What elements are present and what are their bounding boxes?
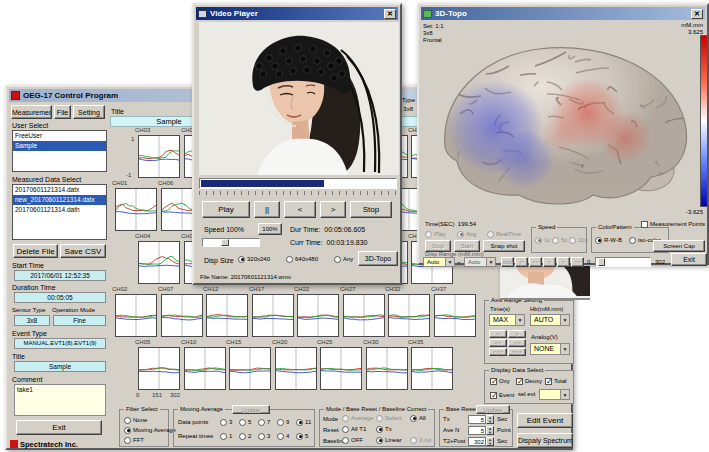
filter-option-2[interactable]: FFT (124, 436, 144, 445)
repeat-times-5[interactable]: 5 (296, 432, 308, 441)
brain-3d-view[interactable] (429, 29, 695, 217)
color-pattern-R-W-B[interactable]: R-W-B (595, 236, 622, 245)
topo-nav-1[interactable]: |< (515, 257, 528, 267)
video-titlebar[interactable]: Video Player ✕ (196, 7, 398, 20)
spinner-icon[interactable]: ▲▼ (486, 437, 494, 446)
axis-shift-button[interactable]: >> (508, 339, 526, 347)
sel-evt-dropdown[interactable]: ▼ (539, 389, 570, 400)
step-forward-button[interactable]: > (320, 201, 346, 218)
topo-exit-button[interactable]: Exit (671, 253, 707, 266)
mode-reset-Tx[interactable]: Tx (376, 425, 392, 434)
speed-slider-thumb[interactable] (221, 239, 229, 246)
check-deoxy[interactable]: Deoxy (516, 377, 542, 386)
check-oxy[interactable]: Oxy (490, 377, 510, 386)
axis-shift-button[interactable]: < (489, 330, 507, 338)
data-points-7[interactable]: 7 (258, 418, 270, 427)
speed-slider[interactable] (202, 238, 260, 247)
repeat-times-4[interactable]: 4 (277, 432, 289, 441)
mode-baseline-OFF[interactable]: OFF (342, 436, 363, 445)
axis-shift-button[interactable]: >>> (508, 348, 526, 356)
base-reset-value[interactable]: 5 (468, 426, 486, 435)
check-total[interactable]: Total (545, 377, 567, 386)
mode-reset-All T1[interactable]: All T1 (342, 425, 366, 434)
moving-average-update-button[interactable]: Update (232, 405, 270, 414)
topo-speed-5x[interactable]: 5x (552, 236, 567, 245)
chevron-down-icon[interactable]: ▼ (560, 390, 569, 399)
topo-nav-5[interactable]: >> (571, 257, 584, 267)
list-item-datafile[interactable]: new_20170601121314.datx (13, 195, 106, 205)
list-item-user[interactable]: Sample (13, 141, 106, 151)
repeat-times-2[interactable]: 2 (239, 432, 251, 441)
video-progress-bar[interactable] (199, 178, 397, 189)
chevron-down-icon[interactable]: ▼ (445, 258, 454, 266)
topo-speed-10x[interactable]: 10x (569, 236, 588, 245)
topo-mode-realtime[interactable]: RealTime (487, 230, 521, 239)
delete-file-button[interactable]: Delete File (13, 244, 58, 258)
topo-nav-2[interactable]: << (529, 257, 542, 267)
topo-nav-3[interactable]: < (543, 257, 556, 267)
check-event[interactable]: Event (490, 391, 514, 400)
play-button[interactable]: Play (202, 201, 250, 218)
filter-option-1[interactable]: Moving Average (124, 426, 176, 435)
speed-reset-button[interactable]: 100% (258, 223, 282, 235)
stop-button[interactable]: Stop (350, 201, 392, 218)
step-back-button[interactable]: < (284, 201, 316, 218)
spinner-icon[interactable]: ▲▼ (486, 426, 494, 435)
list-item-datafile[interactable]: 20170601121314.dath (13, 205, 106, 215)
chevron-down-icon[interactable]: ▼ (515, 315, 524, 325)
exit-button[interactable]: Exit (16, 420, 102, 435)
close-icon[interactable]: ✕ (384, 9, 396, 19)
disp-size-Any[interactable]: Any (334, 255, 353, 264)
topo-speed-1x[interactable]: 1x (535, 236, 550, 245)
topo-mode-avg[interactable]: Avg (457, 230, 476, 239)
measured-data-list[interactable]: 20170601121314.datxnew_20170601121314.da… (12, 184, 107, 240)
repeat-times-3[interactable]: 3 (258, 432, 270, 441)
display-spectrum-button[interactable]: Dispaly Spectrum (517, 433, 573, 448)
mode-mode-All[interactable]: All (410, 414, 426, 423)
pause-button[interactable]: || (254, 201, 280, 218)
axis-shift-button[interactable]: > (508, 330, 526, 338)
axis-shift-button[interactable]: <<< (489, 348, 507, 356)
mode-mode-Select[interactable]: Select (376, 414, 402, 423)
mode-baseline-2-nd[interactable]: 2-nd (410, 436, 431, 445)
tab-file[interactable]: File (54, 105, 71, 119)
topo-nav-4[interactable]: > (557, 257, 570, 267)
data-points-9[interactable]: 9 (277, 418, 289, 427)
mode-mode-Average[interactable]: Average (342, 414, 373, 423)
tab-measurement[interactable]: Measurement (11, 105, 52, 119)
save-csv-button[interactable]: Save CSV (60, 244, 106, 258)
chevron-down-icon[interactable]: ▼ (560, 315, 569, 325)
disp-size-640x480[interactable]: 640x480 (286, 255, 318, 264)
list-item-user[interactable]: FreeUser (13, 131, 106, 141)
edit-event-button[interactable]: Edit Event (517, 413, 573, 428)
analog-dropdown[interactable]: NONE▼ (530, 343, 570, 355)
range-to-dropdown[interactable]: Auto▼ (464, 257, 496, 267)
tab-setting[interactable]: Setting (73, 105, 105, 119)
base-reset-update-button[interactable]: Update (476, 405, 510, 414)
measurement-points-checkbox[interactable]: Measurement Points (641, 220, 705, 229)
disp-size-320x240[interactable]: 320x240 (238, 255, 270, 264)
base-reset-value[interactable]: 302 (468, 437, 486, 446)
data-points-3[interactable]: 3 (220, 418, 232, 427)
filter-option-0[interactable]: None (124, 416, 147, 425)
topo-time-slider[interactable] (595, 257, 651, 267)
mode-baseline-Linear[interactable]: Linear (376, 436, 402, 445)
spinner-icon[interactable]: ▲▼ (486, 415, 494, 424)
topo-titlebar[interactable]: 3D-Topo ✕ (421, 7, 705, 20)
data-points-11[interactable]: 11 (296, 418, 311, 427)
axis-shift-button[interactable]: << (489, 339, 507, 347)
topo-slider-thumb[interactable] (598, 258, 605, 266)
range-from-dropdown[interactable]: Auto▼ (423, 257, 455, 267)
data-points-5[interactable]: 5 (239, 418, 251, 427)
repeat-times-1[interactable]: 1 (220, 432, 232, 441)
screen-cap-button[interactable]: Screen Cap (653, 240, 705, 252)
chevron-down-icon[interactable]: ▼ (486, 258, 495, 266)
comment-field[interactable]: take1 (14, 384, 106, 416)
user-select-list[interactable]: FreeUserSample (12, 130, 107, 172)
chevron-down-icon[interactable]: ▼ (560, 344, 569, 354)
hb-axis-dropdown[interactable]: AUTO▼ (530, 314, 570, 326)
topo-mode-play[interactable]: Play (425, 230, 446, 239)
list-item-datafile[interactable]: 20170601121314.datx (13, 185, 106, 195)
base-reset-value[interactable]: 5 (468, 415, 486, 424)
open-topo-button[interactable]: 3D-Topo (358, 251, 398, 266)
